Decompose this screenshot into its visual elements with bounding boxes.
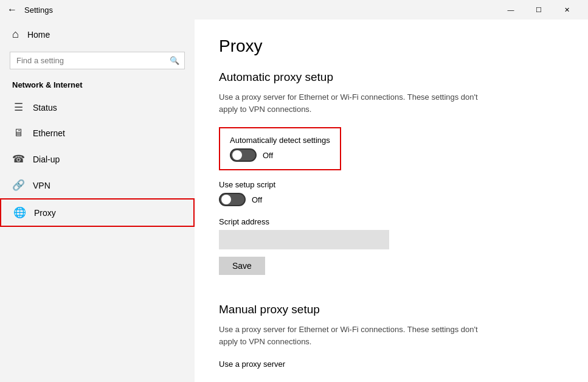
sidebar-item-dialup[interactable]: ☎ Dial-up xyxy=(0,146,195,172)
app-body: ⌂ Home 🔍 Network & Internet ☰ Status 🖥 E… xyxy=(0,19,588,382)
window-controls: — ☐ ✕ xyxy=(497,0,581,19)
sidebar-item-proxy[interactable]: 🌐 Proxy xyxy=(0,198,195,227)
titlebar: ← Settings — ☐ ✕ xyxy=(0,0,588,19)
setup-script-toggle[interactable] xyxy=(219,193,246,206)
manual-setup-section: Manual proxy setup Use a proxy server fo… xyxy=(219,303,564,369)
sidebar-home-label: Home xyxy=(27,30,50,40)
home-icon: ⌂ xyxy=(12,28,19,41)
sidebar-item-label: VPN xyxy=(33,181,50,190)
manual-setup-title: Manual proxy setup xyxy=(219,303,564,316)
setup-script-toggle-row: Off xyxy=(219,193,564,206)
minimize-button[interactable]: — xyxy=(497,0,525,19)
sidebar-item-label: Ethernet xyxy=(33,128,65,138)
maximize-button[interactable]: ☐ xyxy=(525,0,553,19)
back-button[interactable]: ← xyxy=(7,4,17,15)
proxy-icon: 🌐 xyxy=(13,206,26,219)
sidebar-item-label: Proxy xyxy=(34,208,56,218)
sidebar-item-vpn[interactable]: 🔗 VPN xyxy=(0,172,195,198)
setup-script-label: Use setup script xyxy=(219,180,564,189)
sidebar-item-ethernet[interactable]: 🖥 Ethernet xyxy=(0,120,195,146)
page-title: Proxy xyxy=(219,36,564,56)
titlebar-title: Settings xyxy=(24,5,497,15)
setup-script-value: Off xyxy=(252,195,262,204)
vpn-icon: 🔗 xyxy=(12,179,24,192)
content-area: Proxy Automatic proxy setup Use a proxy … xyxy=(195,19,588,382)
script-address-label: Script address xyxy=(219,217,564,226)
auto-detect-toggle[interactable] xyxy=(230,148,257,162)
script-address-input[interactable] xyxy=(219,230,389,249)
sidebar-item-status[interactable]: ☰ Status xyxy=(0,94,195,120)
use-proxy-label: Use a proxy server xyxy=(219,359,564,369)
sidebar-section-title: Network & Internet xyxy=(0,75,195,94)
toggle-knob xyxy=(232,150,242,160)
status-icon: ☰ xyxy=(12,101,24,114)
sidebar-item-home[interactable]: ⌂ Home xyxy=(0,19,195,49)
ethernet-icon: 🖥 xyxy=(12,127,24,139)
toggle-knob-2 xyxy=(221,195,231,204)
auto-detect-value: Off xyxy=(263,151,273,160)
search-icon: 🔍 xyxy=(165,52,184,69)
manual-setup-description: Use a proxy server for Ethernet or Wi-Fi… xyxy=(219,324,480,347)
sidebar-item-label: Status xyxy=(33,103,57,113)
auto-detect-label: Automatically detect settings xyxy=(230,136,330,145)
auto-detect-toggle-row: Off xyxy=(230,148,330,162)
auto-detect-highlight-box: Automatically detect settings Off xyxy=(219,127,341,170)
search-input[interactable] xyxy=(10,52,165,69)
search-box[interactable]: 🔍 xyxy=(10,52,185,69)
save-button[interactable]: Save xyxy=(219,257,265,275)
sidebar-item-label: Dial-up xyxy=(33,155,60,164)
auto-setup-description: Use a proxy server for Ethernet or Wi-Fi… xyxy=(219,91,480,115)
dialup-icon: ☎ xyxy=(12,153,24,165)
setup-script-group: Use setup script Off xyxy=(219,180,564,206)
auto-setup-title: Automatic proxy setup xyxy=(219,71,564,84)
sidebar: ⌂ Home 🔍 Network & Internet ☰ Status 🖥 E… xyxy=(0,19,195,382)
close-button[interactable]: ✕ xyxy=(553,0,581,19)
